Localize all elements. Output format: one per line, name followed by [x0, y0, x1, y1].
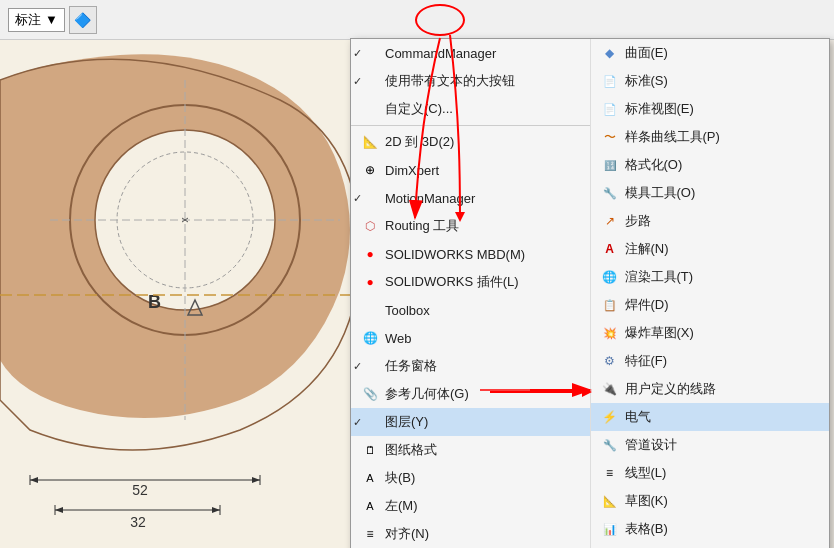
- sw-mbd-icon: ●: [361, 245, 379, 263]
- menu-item-label: 格式化(O): [625, 156, 683, 174]
- menu-item-weld[interactable]: 📋 焊件(D): [591, 291, 830, 319]
- electric-icon: ⚡: [601, 408, 619, 426]
- drawing-format-icon: 🗒: [361, 441, 379, 459]
- format-icon: 🔢: [601, 156, 619, 174]
- sw-plugin-icon: ●: [361, 273, 379, 291]
- render-icon: 🌐: [601, 268, 619, 286]
- menu-item-label: CommandManager: [385, 46, 496, 61]
- menu-item-label: 2D 到 3D(2): [385, 133, 454, 151]
- spline-icon: 〜: [601, 128, 619, 146]
- menu-item-table[interactable]: 📊 表格(B): [591, 515, 830, 543]
- menu-item-big-button[interactable]: 使用带有文本的大按钮: [351, 67, 590, 95]
- user-route-icon: 🔌: [601, 380, 619, 398]
- align-icon: ≡: [361, 525, 379, 543]
- menu-item-align[interactable]: ≡ 对齐(N): [351, 520, 590, 548]
- 2d3d-icon: 📐: [361, 133, 379, 151]
- menu-item-dimxpert[interactable]: ⊕ DimXpert: [351, 156, 590, 184]
- menu-item-electric[interactable]: ⚡ 电气: [591, 403, 830, 431]
- menu-item-format[interactable]: 🔢 格式化(O): [591, 151, 830, 179]
- menu-item-explode-view[interactable]: 💥 爆炸草图(X): [591, 319, 830, 347]
- line-type-icon: ≡: [601, 464, 619, 482]
- annotation-dropdown[interactable]: 标注 ▼: [8, 8, 65, 32]
- menu-item-assembly[interactable]: ⚙ 装配体(A): [591, 543, 830, 548]
- menu-item-label: 块(B): [385, 469, 415, 487]
- menu-item-block[interactable]: A 块(B): [351, 464, 590, 492]
- menu-item-label: 焊件(D): [625, 296, 669, 314]
- menu-item-mold-tool[interactable]: 🔧 模具工具(O): [591, 179, 830, 207]
- menu-item-annotation[interactable]: A 注解(N): [591, 235, 830, 263]
- menu-item-sketch[interactable]: 📐 草图(K): [591, 487, 830, 515]
- menu-item-solidworks-mbd[interactable]: ● SOLIDWORKS MBD(M): [351, 240, 590, 268]
- dropdown-label: 标注: [15, 11, 41, 29]
- menu-item-ref-geometry[interactable]: 📎 参考几何体(G): [351, 380, 590, 408]
- menu-item-step-path[interactable]: ↗ 步路: [591, 207, 830, 235]
- checkmark-icon: [361, 189, 379, 207]
- standard-view-icon: 📄: [601, 100, 619, 118]
- menu-item-label: 注解(N): [625, 240, 669, 258]
- menu-left-column: CommandManager 使用带有文本的大按钮 自定义(C)... 📐 2D…: [351, 39, 591, 548]
- menu-item-label: 渲染工具(T): [625, 268, 694, 286]
- menu-item-layer[interactable]: 图层(Y): [351, 408, 590, 436]
- menu-item-surface[interactable]: ◆ 曲面(E): [591, 39, 830, 67]
- menu-item-drawing-format[interactable]: 🗒 图纸格式: [351, 436, 590, 464]
- menu-right-column: ◆ 曲面(E) 📄 标准(S) 📄 标准视图(E) 〜 样条曲线工具(P) 🔢 …: [591, 39, 830, 548]
- menu-item-label: 模具工具(O): [625, 184, 696, 202]
- spacer-icon: [361, 100, 379, 118]
- menu-item-routing-tool[interactable]: ⬡ Routing 工具: [351, 212, 590, 240]
- feature-icon: ⚙: [601, 352, 619, 370]
- menu-item-render-tool[interactable]: 🌐 渲染工具(T): [591, 263, 830, 291]
- menu-item-command-manager[interactable]: CommandManager: [351, 39, 590, 67]
- ref-geometry-icon: 📎: [361, 385, 379, 403]
- menu-item-label: 图纸格式: [385, 441, 437, 459]
- menu-item-label: 对齐(N): [385, 525, 429, 543]
- sketch-icon: 📐: [601, 492, 619, 510]
- checkmark-icon: [361, 357, 379, 375]
- menu-item-label: 左(M): [385, 497, 418, 515]
- menu-item-label: 样条曲线工具(P): [625, 128, 720, 146]
- toolbar-icon-button[interactable]: 🔷: [69, 6, 97, 34]
- menu-item-standard[interactable]: 📄 标准(S): [591, 67, 830, 95]
- svg-text:52: 52: [132, 482, 148, 498]
- menu-item-label: 线型(L): [625, 464, 667, 482]
- menu-item-motion-manager[interactable]: MotionManager: [351, 184, 590, 212]
- block-icon: A: [361, 469, 379, 487]
- menu-item-task-pane[interactable]: 任务窗格: [351, 352, 590, 380]
- menu-item-label: 标准视图(E): [625, 100, 694, 118]
- menu-item-label: 步路: [625, 212, 651, 230]
- checkmark-icon: [361, 72, 379, 90]
- menu-item-label: DimXpert: [385, 163, 439, 178]
- menu-item-custom[interactable]: 自定义(C)...: [351, 95, 590, 123]
- dropdown-arrow-icon: ▼: [45, 12, 58, 27]
- pipe-icon: 🔧: [601, 436, 619, 454]
- menu-item-label: SOLIDWORKS MBD(M): [385, 247, 525, 262]
- svg-text:32: 32: [130, 514, 146, 530]
- annotation-icon: A: [601, 240, 619, 258]
- routing-icon: ⬡: [361, 217, 379, 235]
- menu-item-toolbox[interactable]: Toolbox: [351, 296, 590, 324]
- menu-item-label: 表格(B): [625, 520, 668, 538]
- menu-item-line-type[interactable]: ≡ 线型(L): [591, 459, 830, 487]
- menu-item-2d-3d[interactable]: 📐 2D 到 3D(2): [351, 128, 590, 156]
- web-icon: 🌐: [361, 329, 379, 347]
- menu-item-label: MotionManager: [385, 191, 475, 206]
- step-icon: ↗: [601, 212, 619, 230]
- toolbar-icon: 🔷: [74, 12, 91, 28]
- dimxpert-icon: ⊕: [361, 161, 379, 179]
- menu-item-standard-view[interactable]: 📄 标准视图(E): [591, 95, 830, 123]
- menu-item-label: 自定义(C)...: [385, 100, 453, 118]
- checkmark-icon: [361, 44, 379, 62]
- context-menu: CommandManager 使用带有文本的大按钮 自定义(C)... 📐 2D…: [350, 38, 830, 548]
- menu-item-label: 标准(S): [625, 72, 668, 90]
- menu-item-pipe-design[interactable]: 🔧 管道设计: [591, 431, 830, 459]
- menu-item-user-route[interactable]: 🔌 用户定义的线路: [591, 375, 830, 403]
- menu-item-label: 草图(K): [625, 492, 668, 510]
- menu-item-label: SOLIDWORKS 插件(L): [385, 273, 519, 291]
- menu-item-label: 参考几何体(G): [385, 385, 469, 403]
- menu-item-web[interactable]: 🌐 Web: [351, 324, 590, 352]
- menu-item-left[interactable]: A 左(M): [351, 492, 590, 520]
- menu-item-label: 任务窗格: [385, 357, 437, 375]
- menu-item-solidworks-plugin[interactable]: ● SOLIDWORKS 插件(L): [351, 268, 590, 296]
- menu-item-spline-tool[interactable]: 〜 样条曲线工具(P): [591, 123, 830, 151]
- menu-item-label: 图层(Y): [385, 413, 428, 431]
- menu-item-feature[interactable]: ⚙ 特征(F): [591, 347, 830, 375]
